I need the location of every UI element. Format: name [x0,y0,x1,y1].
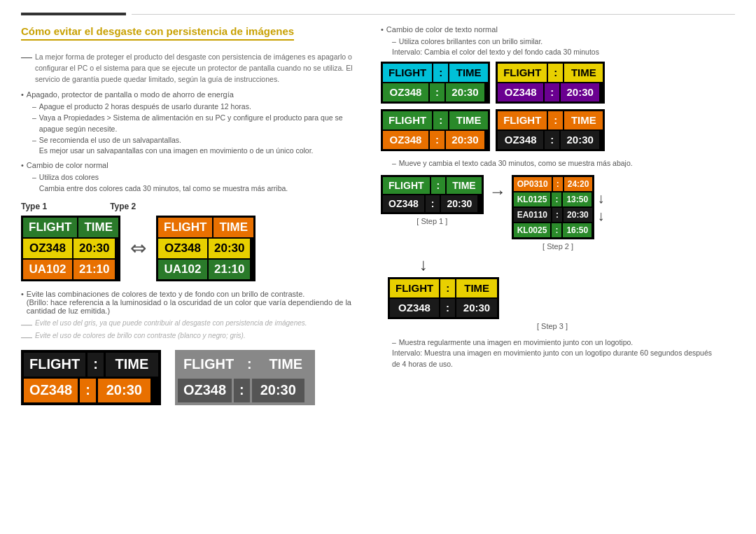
t2-h-time: TIME [214,218,253,237]
rb3-d-time: 20:30 [446,131,484,149]
sc4-flight: KL0025 [514,223,551,237]
rb1-h-sep: : [433,64,448,82]
rb1-header: FLIGHT : TIME [383,64,488,82]
type-labels: Type 1 Type 2 [21,202,364,211]
type1-data-row-1: OZ348 20:30 [23,239,118,258]
s3-h-flight: FLIGHT [390,279,439,297]
intro-text: La mejor forma de proteger el producto d… [35,52,364,85]
rb3-header: FLIGHT : TIME [383,111,488,129]
step1-container: FLIGHT : TIME OZ348 : 20:30 [ Step 1 ] [381,175,484,225]
s3-h-sep: : [440,279,455,297]
sub-text-1-2: Vaya a Propiedades > Sistema de alimenta… [39,113,364,135]
dash-1-1: – [32,101,36,113]
avoid-note: • Evite las combinaciones de colores de … [21,290,364,315]
sc3-time: 20:30 [564,208,592,222]
bb1-header: FLIGHT : TIME [24,353,158,377]
section-heading: Cómo evitar el desgaste con persistencia… [21,25,294,41]
step2-label: [ Step 2 ] [542,242,573,251]
right-sub-1-1-text: Utiliza colores brillantes con un brillo… [399,36,542,48]
rb1-d-time: 20:30 [446,83,484,101]
rb2-h-flight: FLIGHT [498,64,547,82]
t1-d2-time: 21:10 [74,260,115,279]
sc4-time: 16:50 [563,223,592,237]
t2-d2-flight: UA102 [158,260,207,279]
rb3-h-flight: FLIGHT [383,111,432,129]
s1-h-sep: : [431,177,446,194]
avoid-text: Evite las combinaciones de colores de te… [27,290,364,315]
rb4-h-sep: : [548,111,563,129]
sc1-sep: : [553,177,563,191]
bottom-boards: FLIGHT : TIME OZ348 : 20:30 FLIGHT : [21,350,364,405]
bullet-text-2: Cambio de color normal [27,161,108,169]
bb1-data: OZ348 : 20:30 [24,379,158,402]
right-note-3: – Muestra regularmente una imagen en mov… [392,337,717,349]
bottom-board-1: FLIGHT : TIME OZ348 : 20:30 [21,350,161,405]
rb1-data: OZ348 : 20:30 [383,83,488,101]
s3-d-time: 20:30 [456,299,497,317]
bottom-board-2: FLIGHT : TIME OZ348 : 20:30 [175,350,315,405]
gray-note-1: Evite el uso del gris, ya que puede cont… [35,319,307,327]
step1-data: OZ348 : 20:30 [383,195,482,212]
dash-1-3: – [32,135,36,146]
rb2-h-sep: : [548,64,563,82]
boards-row: FLIGHT TIME OZ348 20:30 UA102 21:10 ⇔ [21,216,364,281]
bb2-header: FLIGHT : TIME [178,353,312,377]
type1-data-row-2: UA102 21:10 [23,260,118,279]
type1-board: FLIGHT TIME OZ348 20:30 UA102 21:10 [21,216,120,281]
step3-header: FLIGHT : TIME [390,279,497,297]
sc2-time: 13:50 [563,192,592,206]
rb2-header: FLIGHT : TIME [498,64,603,82]
rb4-d-sep: : [545,131,559,149]
scroll-row-4: KL0025 : 16:50 [514,223,593,237]
sub-text-1-1: Apague el producto 2 horas después de us… [39,101,251,113]
bullet-item-2: • Cambio de color normal [21,161,364,169]
right-board-3: FLIGHT : TIME OZ348 : 20:30 [381,109,490,151]
rb2-d-sep: : [545,83,559,101]
line-light [132,14,735,15]
rb4-header: FLIGHT : TIME [498,111,603,129]
s1-h-flight: FLIGHT [383,177,430,194]
sc2-sep: : [552,192,561,206]
s3-h-time: TIME [456,279,497,297]
step1-board: FLIGHT : TIME OZ348 : 20:30 [381,175,484,214]
step2-board: OP0310 : 24:20 KL0125 : 13:50 EA0110 [512,175,595,239]
type2-data-row-1: OZ348 20:30 [158,239,253,258]
step-down-arrow-row: ↓ [419,252,717,277]
steps-section: FLIGHT : TIME OZ348 : 20:30 [ Step 1 ] → [381,175,717,251]
s1-d-flight: OZ348 [383,195,424,212]
right-board-2: FLIGHT : TIME OZ348 : 20:30 [496,62,605,104]
gray-note-2-row: — Evite el uso de colores de brillo con … [21,332,364,343]
rb4-d-time: 20:30 [561,131,599,149]
bb1-h-colon: : [88,353,104,377]
bb2-d-time: 20:30 [252,379,304,402]
scroll-row-3: EA0110 : 20:30 [514,208,593,222]
t1-d1-time: 20:30 [74,239,115,258]
s1-d-time: 20:30 [441,195,477,212]
left-column: Cómo evitar el desgaste con persistencia… [21,25,364,405]
bullet-text-1: Apagado, protector de pantalla o modo de… [27,90,234,99]
rb4-d-flight: OZ348 [498,131,543,149]
right-note-2-text: Mueve y cambia el texto cada 30 minutos,… [399,158,633,169]
sub-item-1-3: – Se recomienda el uso de un salvapantal… [32,135,364,157]
scroll-arrow-1: ↓ [597,190,604,206]
t1-h-flight: FLIGHT [23,218,77,237]
bullet-list: • Apagado, protector de pantalla o modo … [21,90,364,194]
type2-label: Type 2 [110,202,136,211]
step-down-arrow: ↓ [419,255,428,274]
type2-header-row: FLIGHT TIME [158,218,253,237]
right-note-1-text: Cambio de color de texto normal [386,25,498,34]
bb2-h-time: TIME [260,353,312,377]
sub-item-1-2: – Vaya a Propiedades > Sistema de alimen… [32,113,364,135]
page: Cómo evitar el desgaste con persistencia… [0,0,756,534]
bb1-d-time: 20:30 [98,379,150,402]
bb2-d-flight: OZ348 [178,379,232,402]
right-boards-grid: FLIGHT : TIME OZ348 : 20:30 FLIGHT : [381,62,717,151]
right-note-1: • Cambio de color de texto normal [381,25,717,34]
step2-container: OP0310 : 24:20 KL0125 : 13:50 EA0110 [512,175,605,251]
bb2-d-colon: : [234,379,250,402]
s1-h-time: TIME [447,177,481,194]
step2-inner: OP0310 : 24:20 KL0125 : 13:50 EA0110 [512,175,605,239]
step3-board: FLIGHT : TIME OZ348 : 20:30 [388,277,499,319]
rb3-d-flight: OZ348 [383,131,428,149]
t2-h-flight: FLIGHT [158,218,212,237]
